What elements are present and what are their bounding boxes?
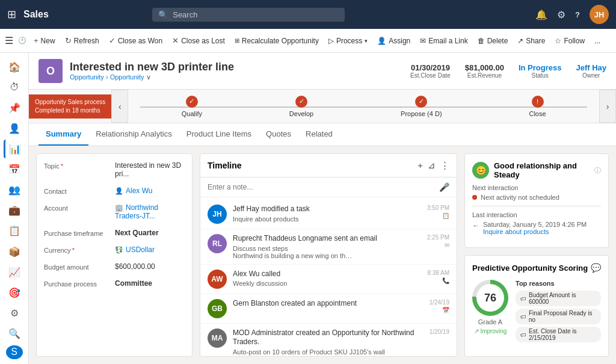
sidebar-icon-home[interactable]: 🏠	[4, 58, 25, 76]
tl-sub: Weekly discussion	[233, 280, 421, 287]
record-title-block: Interested in new 3D printer line Opport…	[70, 61, 403, 81]
form-value-contact[interactable]: 👤Alex Wu	[115, 187, 185, 195]
relationship-card: 😊 Good relationship and Steady ⓘ Next in…	[464, 153, 609, 248]
sidebar-icon-accounts[interactable]: 📊	[4, 140, 25, 158]
form-label-currency: Currency*	[44, 245, 110, 254]
avatar: MA	[208, 329, 227, 348]
last-note: Inquire about products	[483, 228, 587, 235]
tl-sub: Inquire about products	[233, 215, 421, 223]
sidebar-icon-users[interactable]: 👤	[4, 119, 25, 137]
form-value-budget[interactable]: $600,000.00	[115, 262, 185, 271]
process-button[interactable]: ▷Process▾	[324, 34, 372, 48]
notification-icon[interactable]: 🔔	[535, 9, 547, 20]
timeline-header: Timeline + ⊿ ⋮	[200, 154, 457, 177]
sidebar-icon-bottom[interactable]: S	[6, 345, 23, 359]
form-value-topic[interactable]: Interested in new 3D pri...	[115, 161, 185, 178]
stage-propose[interactable]: ✓ Propose (4 D)	[401, 96, 442, 117]
scoring-chat-icon: 💬	[591, 263, 601, 273]
more-button[interactable]: ...	[590, 34, 605, 48]
tl-action-icon: 📞	[442, 277, 449, 284]
sidebar-icon-recent[interactable]: ⏱	[4, 78, 25, 96]
tab-product-line-items[interactable]: Product Line Items	[179, 123, 259, 146]
user-avatar[interactable]: JH	[590, 5, 609, 24]
sidebar-icon-competitors[interactable]: 📋	[4, 222, 25, 240]
timeline-filter-icon[interactable]: ⊿	[428, 160, 436, 171]
scoring-header: Predictive Opportunity Scoring 💬	[472, 263, 601, 273]
sidebar-icon-leads[interactable]: 👥	[4, 181, 25, 199]
email-link-button[interactable]: ✉Email a Link	[415, 34, 472, 48]
stage-close[interactable]: ! Close	[529, 96, 546, 117]
assign-button[interactable]: 👤Assign	[372, 34, 415, 48]
form-value-purchase-timeframe[interactable]: Next Quarter	[115, 229, 185, 237]
timeline-more-icon[interactable]: ⋮	[440, 160, 449, 171]
rel-info-icon[interactable]: ⓘ	[594, 166, 601, 175]
form-value-purchase-process[interactable]: Committee	[115, 279, 185, 288]
avatar: AW	[208, 270, 227, 289]
record-header: O Interested in new 3D printer line Oppo…	[29, 53, 616, 90]
sidebar-icon-goals[interactable]: 🎯	[4, 283, 25, 301]
reason-item: 🏷 Est. Close Date is 2/15/2019	[516, 327, 601, 342]
sidebar-icon-settings[interactable]: ⚙	[4, 304, 25, 322]
meta-owner: Jeff Hay Owner	[576, 63, 606, 79]
follow-button[interactable]: ☆Follow	[550, 34, 590, 48]
share-button[interactable]: ↗Share	[513, 34, 550, 48]
timeline-note-input[interactable]	[208, 183, 434, 191]
score-gauge: 76 Grade A ↗ Improving	[472, 280, 508, 335]
tab-relationship-analytics[interactable]: Relationship Analytics	[88, 123, 179, 146]
stage-develop[interactable]: ✓ Develop	[289, 96, 313, 117]
sidebar-icon-reports[interactable]: 📈	[4, 263, 25, 281]
timeline-add-icon[interactable]: +	[417, 160, 423, 171]
tab-quotes[interactable]: Quotes	[259, 123, 298, 146]
content-area: O Interested in new 3D printer line Oppo…	[29, 53, 616, 364]
reason-item: 🏷 Final Proposal Ready is no	[516, 309, 601, 324]
search-bar[interactable]: 🔍 Search	[152, 8, 345, 22]
gauge-inner: 76	[476, 284, 504, 312]
refresh-button[interactable]: ↻Refresh	[60, 34, 104, 48]
hamburger-icon[interactable]: ☰	[5, 35, 13, 46]
breadcrumb-link-2[interactable]: Opportunity	[110, 73, 144, 81]
search-placeholder: Search	[173, 10, 197, 19]
help-icon[interactable]: ?	[575, 10, 580, 19]
stage-qualify[interactable]: ✓ Qualify	[182, 96, 202, 117]
tl-main: Ruprecht Thaddeus Longname sent an email	[233, 234, 421, 244]
record-meta: 01/30/2019 Est.Close Date $81,000.00 Est…	[410, 63, 606, 79]
tab-related[interactable]: Related	[298, 123, 340, 146]
tab-summary[interactable]: Summary	[38, 123, 88, 146]
grade-label: Grade A	[478, 318, 502, 325]
form-value-account[interactable]: 🏢Northwind Traders-JT...	[115, 203, 185, 220]
recalculate-button[interactable]: ⊞Recalculate Opportunity	[230, 34, 324, 48]
sidebar-icon-products[interactable]: 📦	[4, 242, 25, 261]
settings-icon[interactable]: ⚙	[557, 9, 565, 20]
process-stages: ✓ Qualify ✓ Develop ✓ Propose (4 D) ! Cl…	[128, 96, 599, 117]
sidebar-icon-opportunities[interactable]: 💼	[4, 202, 25, 220]
process-next-button[interactable]: ›	[599, 90, 616, 123]
timeline-actions: + ⊿ ⋮	[417, 160, 449, 171]
new-button[interactable]: +New	[29, 34, 60, 48]
sidebar-icon-pinned[interactable]: 📌	[4, 99, 25, 117]
tl-meta: 3:50 PM 📋	[427, 205, 449, 219]
grid-icon[interactable]: ⊞	[7, 8, 16, 21]
tl-action-icon: 📋	[442, 212, 449, 219]
process-prev-button[interactable]: ‹	[111, 90, 128, 123]
rel-title: Good relationship and Steady	[494, 161, 590, 179]
reason-icon-3: 🏷	[520, 332, 526, 338]
timeline-mic-icon[interactable]: 🎤	[439, 182, 449, 192]
form-value-currency[interactable]: 💱USDollar	[115, 245, 185, 254]
close-as-lost-button[interactable]: ✕Close as Lost	[167, 34, 230, 48]
sidebar-icon-search[interactable]: 🔍	[4, 324, 25, 342]
close-as-won-button[interactable]: ✓Close as Won	[104, 34, 167, 48]
tl-main: Alex Wu called	[233, 270, 421, 279]
command-bar: ☰ 🕐 +New ↻Refresh ✓Close as Won ✕Close a…	[0, 29, 616, 53]
delete-button[interactable]: 🗑Delete	[473, 34, 513, 48]
form-row-currency: Currency* 💱USDollar	[44, 245, 185, 254]
timeline-input-row: 🎤	[200, 177, 457, 197]
breadcrumb-link-1[interactable]: Opportunity	[70, 73, 104, 81]
rel-back-arrow-icon: ←	[472, 221, 479, 230]
list-item: AW Alex Wu called Weekly discussion 8:38…	[200, 265, 457, 294]
stage-dot-propose: ✓	[415, 96, 427, 108]
meta-status: In Progress Status	[519, 63, 562, 79]
search-icon: 🔍	[158, 10, 168, 19]
last-date: Saturday, January 5, 2019 4:26 PM	[483, 221, 587, 228]
sidebar-icon-activities[interactable]: 📅	[4, 161, 25, 179]
list-item: GB Gern Blanston created an appointment …	[200, 294, 457, 324]
